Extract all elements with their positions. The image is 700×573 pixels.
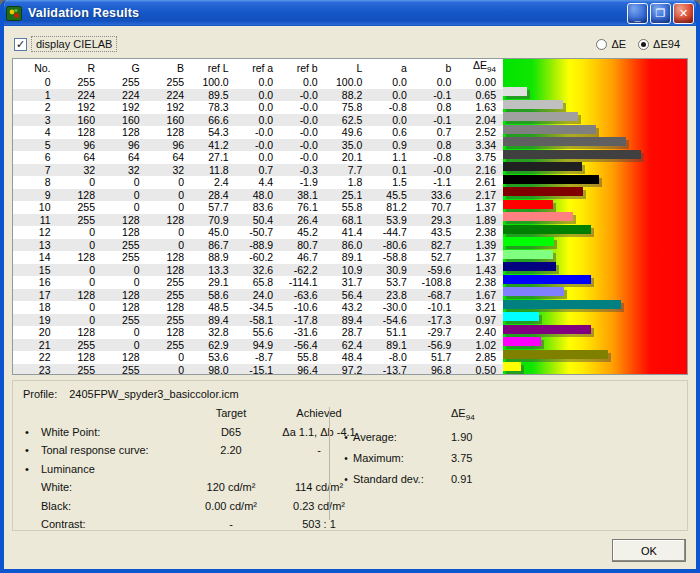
minimize-button[interactable]: _ <box>627 3 648 24</box>
table-cell: 55.6 <box>236 326 281 339</box>
titlebar[interactable]: Validation Results _ ❐ ✕ <box>0 0 700 26</box>
table-cell: 82.7 <box>414 239 459 252</box>
table-cell: 45.2 <box>280 226 325 239</box>
table-cell: 0 <box>102 276 147 289</box>
table-cell: 3.21 <box>458 301 503 314</box>
table-cell: 0.0 <box>369 76 414 89</box>
table-cell: 128 <box>147 126 192 139</box>
table-row: 596969641.2-0.0-0.035.00.90.83.34 <box>13 139 503 152</box>
table-row: 150012813.332.6-62.210.930.9-59.61.43 <box>13 264 503 277</box>
table-cell: 58.6 <box>191 289 236 302</box>
table-cell: -10.1 <box>414 301 459 314</box>
table-cell: -29.7 <box>414 326 459 339</box>
table-cell: 57.7 <box>191 201 236 214</box>
table-cell: 1.63 <box>458 101 503 114</box>
table-cell: 81.2 <box>369 201 414 214</box>
table-cell: 128 <box>102 351 147 364</box>
table-cell: 0.0 <box>236 151 281 164</box>
table-cell: 48.4 <box>325 351 370 364</box>
table-cell: 66.6 <box>191 114 236 127</box>
maximize-button[interactable]: ❐ <box>650 3 671 24</box>
table-cell: 0 <box>58 276 103 289</box>
table-cell: -80.6 <box>369 239 414 252</box>
table-cell: 255 <box>58 339 103 352</box>
bullet: • <box>339 453 353 464</box>
table-row: 120128045.0-50.745.241.4-44.743.52.38 <box>13 226 503 239</box>
table-cell: 128 <box>102 214 147 227</box>
table-cell: 128 <box>58 351 103 364</box>
table-cell: 64 <box>102 151 147 164</box>
table-cell: 12 <box>13 226 58 239</box>
table-cell: 0 <box>58 176 103 189</box>
close-button[interactable]: ✕ <box>673 3 694 24</box>
table-cell: 4.4 <box>236 176 281 189</box>
table-cell: 8 <box>13 176 58 189</box>
table-cell: -0.8 <box>369 101 414 114</box>
table-cell: 1.89 <box>458 214 503 227</box>
ok-button[interactable]: OK <box>612 539 686 562</box>
results-panel: No.RGBref Lref aref bLabΔE94 02552552551… <box>12 58 688 375</box>
table-cell: -8.7 <box>236 351 281 364</box>
table-cell: 32 <box>147 164 192 177</box>
stat-value: 1.90 <box>451 431 511 443</box>
delta-e-bar <box>503 112 578 121</box>
table-cell: -50.7 <box>236 226 281 239</box>
table-cell: -44.7 <box>369 226 414 239</box>
window-controls: _ ❐ ✕ <box>627 3 694 24</box>
display-cielab-label[interactable]: display CIELAB <box>31 36 117 52</box>
table-cell: 0.97 <box>458 314 503 327</box>
table-cell: 255 <box>58 76 103 89</box>
table-cell: 9 <box>13 189 58 202</box>
table-cell: 62.4 <box>325 339 370 352</box>
table-cell: 255 <box>102 364 147 375</box>
table-cell: 28.7 <box>325 326 370 339</box>
display-cielab-checkbox[interactable]: ✓ <box>14 38 27 51</box>
table-cell: 0.0 <box>414 76 459 89</box>
table-cell: 128 <box>147 214 192 227</box>
delta-e-bar <box>503 275 591 284</box>
table-cell: -1.1 <box>414 176 459 189</box>
table-cell: 0 <box>102 201 147 214</box>
table-cell: -63.6 <box>280 289 325 302</box>
table-cell: 128 <box>58 126 103 139</box>
delta-e-bar <box>503 287 564 296</box>
table-cell: 0.1 <box>369 164 414 177</box>
table-cell: 89.1 <box>325 251 370 264</box>
table-cell: 0 <box>147 189 192 202</box>
table-row: 19025525589.4-58.1-17.889.4-54.6-17.30.9… <box>13 314 503 327</box>
summary-row-label: Luminance <box>41 463 191 475</box>
table-cell: 0.0 <box>369 89 414 102</box>
radio-unselected-icon[interactable] <box>596 39 607 50</box>
column-header: G <box>102 59 147 76</box>
table-cell: 0 <box>147 239 192 252</box>
table-cell: 0 <box>147 201 192 214</box>
table-cell: -0.1 <box>414 114 459 127</box>
table-cell: 0.65 <box>458 89 503 102</box>
table-cell: 128 <box>147 326 192 339</box>
delta-e-bar <box>503 312 539 321</box>
table-cell: 0 <box>102 339 147 352</box>
table-cell: 128 <box>58 289 103 302</box>
table-cell: 48.0 <box>236 189 281 202</box>
table-cell: 30.9 <box>369 264 414 277</box>
table-cell: 51.7 <box>414 351 459 364</box>
table-cell: 2.85 <box>458 351 503 364</box>
table-cell: -59.6 <box>414 264 459 277</box>
table-cell: 96.8 <box>414 364 459 375</box>
table-row: 22128128053.6-8.755.848.4-8.051.72.85 <box>13 351 503 364</box>
table-cell: -58.8 <box>369 251 414 264</box>
table-cell: 0 <box>102 264 147 277</box>
table-row: 122422422489.50.0-0.088.20.0-0.10.65 <box>13 89 503 102</box>
radio-delta-e94[interactable]: ΔE94 <box>638 38 680 50</box>
table-cell: 88.9 <box>191 251 236 264</box>
table-cell: 89.1 <box>369 339 414 352</box>
radio-delta-e[interactable]: ΔE <box>596 38 626 50</box>
table-cell: 11 <box>13 214 58 227</box>
table-row: 316016016066.60.0-0.062.50.0-0.12.04 <box>13 114 503 127</box>
radio-selected-icon[interactable] <box>638 39 649 50</box>
table-cell: 76.1 <box>280 201 325 214</box>
delta-e-bar <box>503 200 553 209</box>
table-row: 102550057.783.676.155.881.270.71.37 <box>13 201 503 214</box>
table-row: 130255086.7-88.980.786.0-80.682.71.39 <box>13 239 503 252</box>
table-row: 412812812854.3-0.0-0.049.60.60.72.52 <box>13 126 503 139</box>
